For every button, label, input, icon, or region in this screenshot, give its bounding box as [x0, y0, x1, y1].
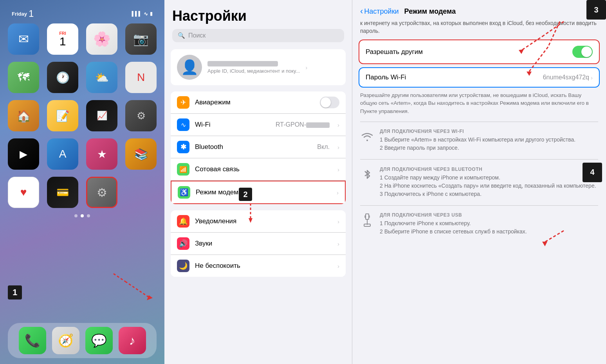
app-weather[interactable]: ⛅: [86, 62, 117, 93]
bluetooth-value: Вкл.: [317, 143, 330, 151]
app-notes[interactable]: 📝: [47, 100, 78, 131]
sounds-chevron: ›: [337, 240, 339, 247]
cellular-chevron: ›: [337, 166, 339, 173]
search-icon: 🔍: [178, 32, 185, 39]
svg-rect-7: [364, 224, 370, 226]
date-label: 1: [29, 9, 34, 18]
settings-row-bluetooth[interactable]: ✱ Bluetooth Вкл. ›: [171, 136, 346, 158]
app-news[interactable]: N: [125, 62, 157, 93]
cellular-icon: 📶: [177, 163, 189, 176]
search-bar[interactable]: 🔍 Поиск: [172, 29, 344, 42]
usb-conn-title: ДЛЯ ПОДКЛЮЧЕНИЯ ЧЕРЕЗ USB: [380, 212, 527, 218]
back-chevron-icon: ‹: [360, 6, 363, 16]
wifi-chevron: ›: [337, 122, 339, 128]
usb-conn-step2: 2 Выберите iPhone в списке сетевых служб…: [380, 228, 527, 236]
usb-conn-icon: [360, 213, 374, 227]
app-itunes[interactable]: ★: [86, 138, 117, 170]
hotspot-nav: ‹ Настройки Режим модема 3: [352, 0, 606, 20]
signal-icon: ▌▌▌: [132, 11, 142, 16]
dot-1: [74, 214, 78, 217]
profile-chevron: ›: [305, 64, 307, 71]
allow-toggle[interactable]: [572, 46, 593, 58]
divider-3: [360, 205, 598, 206]
bluetooth-conn-text: ДЛЯ ПОДКЛЮЧЕНИЯ ЧЕРЕЗ BLUETOOTH 1 Создай…: [380, 167, 596, 198]
app-mail[interactable]: ✉: [8, 23, 39, 55]
settings-header: Настройки 🔍 Поиск: [164, 0, 352, 46]
app-clock[interactable]: 🕐: [47, 62, 78, 93]
settings-row-notifications[interactable]: 🔔 Уведомления ›: [171, 210, 346, 233]
app-settings-small[interactable]: ⚙: [125, 100, 157, 131]
dock-safari[interactable]: 🧭: [52, 327, 79, 354]
profile-name-blurred: [207, 61, 278, 66]
settings-row-airplane[interactable]: ✈ Авиарежим: [171, 91, 346, 114]
settings-row-cellular[interactable]: 📶 Сотовая связь ›: [171, 158, 346, 181]
bluetooth-connection-section: ДЛЯ ПОДКЛЮЧЕНИЯ ЧЕРЕЗ BLUETOOTH 1 Создай…: [352, 163, 606, 202]
wifi-pw-value-wrap: 6nume4sxg472q ›: [543, 74, 593, 81]
wifi-conn-svg: [360, 129, 374, 143]
bluetooth-conn-icon: [360, 167, 374, 181]
step-1-label: 1: [8, 285, 22, 299]
network-settings-group: ✈ Авиарежим ∿ Wi-Fi RT-GPON- › ✱: [171, 91, 346, 204]
notifications-icon: 🔔: [177, 215, 189, 228]
airplane-icon: ✈: [177, 96, 189, 109]
day-label: Friday: [12, 11, 27, 17]
wifi-icon: ∿: [144, 11, 148, 17]
app-wallet[interactable]: 💳: [47, 177, 78, 208]
wifi-conn-title: ДЛЯ ПОДКЛЮЧЕНИЯ ЧЕРЕЗ WI-FI: [380, 129, 575, 134]
settings-row-wifi[interactable]: ∿ Wi-Fi RT-GPON- ›: [171, 114, 346, 136]
wifi-conn-step2: 2 Введите пароль при запросе.: [380, 144, 575, 152]
app-calendar[interactable]: Fri 1: [47, 23, 78, 55]
step-4-badge: 4: [583, 163, 602, 182]
app-maps[interactable]: 🗺: [8, 62, 39, 93]
donotdisturb-icon: 🌙: [177, 260, 189, 272]
settings-row-donotdisturb[interactable]: 🌙 Не беспокоить ›: [171, 255, 346, 277]
app-grid: ✉ Fri 1 🌸 📷 🗺 🕐 ⛅ N: [8, 23, 157, 208]
allow-label: Разрешать другим: [366, 48, 423, 56]
airplane-label: Авиарежим: [195, 99, 314, 106]
wifi-label: Wi-Fi: [195, 121, 270, 129]
status-time: Friday 1: [12, 9, 34, 18]
hotspot-info-text: Разрешайте другим пользователям или устр…: [352, 91, 606, 122]
dot-3: [87, 214, 90, 217]
app-home[interactable]: 🏠: [8, 100, 39, 131]
page-dots: [74, 214, 90, 217]
app-photos[interactable]: 🌸: [86, 23, 117, 55]
app-stocks[interactable]: 📈: [86, 100, 117, 131]
wifi-pw-chevron: ›: [591, 74, 593, 81]
settings-row-sounds[interactable]: 🔊 Звуки ›: [171, 233, 346, 255]
settings-row-hotspot[interactable]: ♿ Режим модема ›: [171, 181, 346, 204]
app-books[interactable]: 📚: [125, 138, 157, 170]
bluetooth-conn-svg: [360, 167, 374, 181]
iphone-panel: Friday 1 ▌▌▌ ∿ ▮ ✉ Fri 1 🌸 📷: [0, 0, 164, 364]
app-settings-main[interactable]: ⚙: [86, 177, 117, 208]
hotspot-description: к интернету на устройствах, на которых в…: [352, 20, 606, 39]
app-camera[interactable]: 📷: [125, 23, 157, 55]
profile-subtitle: Apple ID, iCloud, медиаконтент и поку...: [207, 68, 300, 74]
profile-row[interactable]: 👤 Apple ID, iCloud, медиаконтент и поку.…: [171, 49, 346, 85]
dot-2: [81, 214, 84, 217]
usb-conn-text: ДЛЯ ПОДКЛЮЧЕНИЯ ЧЕРЕЗ USB 1 Подключите i…: [380, 212, 527, 236]
hotspot-title: Режим модема: [404, 7, 456, 16]
general-settings-group: 🔔 Уведомления › 🔊 Звуки › 🌙 Не беспокоит…: [171, 210, 346, 277]
hotspot-icon: ♿: [178, 186, 190, 199]
app-videos[interactable]: ▶: [8, 138, 39, 170]
dock-messages[interactable]: 💬: [85, 327, 113, 354]
back-button[interactable]: ‹ Настройки: [360, 6, 399, 16]
app-appstore[interactable]: A: [47, 138, 78, 170]
app-health[interactable]: ♥: [8, 177, 39, 208]
bluetooth-conn-step1: 1 Создайте пару между iPhone и компьютер…: [380, 174, 596, 182]
dock-music[interactable]: ♪: [119, 327, 146, 354]
allow-others-row: Разрешать другим: [359, 39, 600, 64]
wifi-setting-icon: ∿: [177, 118, 189, 131]
donotdisturb-label: Не беспокоить: [195, 262, 332, 270]
wifi-password-row[interactable]: Пароль Wi-Fi 6nume4sxg472q ›: [359, 67, 600, 88]
dock-phone[interactable]: 📞: [19, 327, 46, 354]
wifi-conn-text: ДЛЯ ПОДКЛЮЧЕНИЯ ЧЕРЕЗ WI-FI 1 Выберите «…: [380, 129, 575, 152]
usb-connection-section: ДЛЯ ПОДКЛЮЧЕНИЯ ЧЕРЕЗ USB 1 Подключите i…: [352, 208, 606, 240]
step-3-badge: 3: [586, 0, 606, 20]
airplane-toggle[interactable]: [320, 97, 339, 108]
bluetooth-label: Bluetooth: [195, 143, 312, 151]
sounds-icon: 🔊: [177, 237, 189, 250]
wifi-connection-section: ДЛЯ ПОДКЛЮЧЕНИЯ ЧЕРЕЗ WI-FI 1 Выберите «…: [352, 125, 606, 156]
sounds-label: Звуки: [195, 240, 332, 247]
